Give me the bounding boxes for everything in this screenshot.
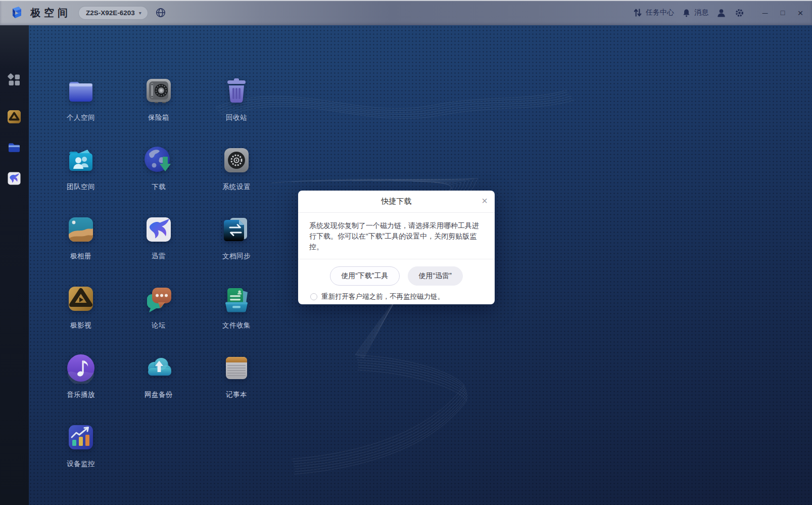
app-photo-album[interactable]: 极相册 — [42, 214, 120, 283]
movies-mini-icon — [7, 110, 21, 124]
thunder-mini-icon — [7, 171, 21, 186]
app-label: 极相册 — [70, 252, 91, 261]
app-label: 记事本 — [226, 390, 247, 399]
quick-download-dialog: 快捷下载 × 系统发现你复制了一个磁力链，请选择采用哪种工具进行下载。你可以在“… — [298, 191, 495, 304]
app-label: 回收站 — [226, 113, 247, 122]
app-label: 迅雷 — [152, 252, 166, 261]
desktop-icon-grid: 个人空间 保险箱 — [42, 75, 275, 491]
app-file-collect[interactable]: 文件收集 — [198, 283, 275, 352]
app-thunder[interactable]: 迅雷 — [120, 214, 198, 283]
forum-icon — [143, 283, 174, 314]
sidebar-item-thunder[interactable] — [5, 169, 23, 188]
app-label: 音乐播放 — [67, 390, 95, 399]
sidebar-item-app-grid[interactable] — [5, 71, 23, 89]
globe-icon[interactable] — [155, 7, 166, 18]
app-team-space[interactable]: 团队空间 — [42, 145, 120, 214]
messages-label: 消息 — [694, 8, 708, 17]
app-cloud-backup[interactable]: 网盘备份 — [120, 352, 198, 422]
file-collect-icon — [221, 283, 252, 314]
doc-sync-icon — [221, 214, 252, 245]
app-grid-icon — [8, 73, 21, 86]
app-device-monitor[interactable]: 设备监控 — [42, 422, 120, 491]
app-recycle-bin[interactable]: 回收站 — [198, 75, 275, 145]
task-center-label: 任务中心 — [646, 8, 674, 17]
user-icon[interactable] — [716, 8, 727, 18]
sidebar-item-files[interactable] — [5, 139, 23, 157]
dialog-buttons: 使用“下载”工具 使用“迅雷” — [298, 259, 495, 286]
download-icon — [143, 145, 174, 176]
dialog-body-text: 系统发现你复制了一个磁力链，请选择采用哪种工具进行下载。你可以在“下载”工具的设… — [298, 213, 495, 259]
task-center-button[interactable]: 任务中心 — [633, 8, 674, 18]
app-music-player[interactable]: 音乐播放 — [42, 352, 120, 422]
thunder-icon — [143, 214, 174, 245]
notepad-icon — [221, 352, 252, 384]
bell-icon — [682, 8, 691, 18]
movies-icon — [65, 283, 97, 314]
team-space-icon — [65, 145, 97, 176]
no-monitor-label[interactable]: 重新打开客户端之前，不再监控磁力链。 — [321, 292, 444, 301]
app-label: 下载 — [152, 182, 166, 192]
app-label: 保险箱 — [148, 113, 169, 122]
app-label: 系统设置 — [222, 182, 251, 192]
system-settings-icon — [221, 145, 252, 176]
dialog-title: 快捷下载 — [381, 197, 412, 206]
app-title: 极空间 — [30, 6, 71, 20]
app-label: 团队空间 — [67, 182, 95, 192]
device-monitor-icon — [65, 422, 97, 453]
task-center-icon — [633, 8, 643, 18]
dialog-header: 快捷下载 × — [298, 191, 495, 213]
folder-mini-icon — [7, 141, 21, 155]
gear-icon[interactable] — [734, 8, 745, 18]
sidebar-item-movies[interactable] — [5, 108, 23, 126]
chevron-down-icon: ▾ — [139, 10, 141, 16]
no-monitor-option: 重新打开客户端之前，不再监控磁力链。 — [298, 286, 495, 301]
app-personal-space[interactable]: 个人空间 — [42, 75, 120, 145]
close-window-button[interactable]: × — [796, 8, 805, 18]
topbar: 极空间 Z2S-X92E-6203 ▾ — [0, 0, 812, 25]
recycle-bin-icon — [221, 75, 252, 107]
app-system-settings[interactable]: 系统设置 — [198, 145, 275, 214]
app-doc-sync[interactable]: 文档同步 — [198, 214, 275, 283]
device-name: Z2S-X92E-6203 — [86, 9, 135, 17]
minimize-button[interactable]: ─ — [760, 9, 770, 17]
maximize-button[interactable]: □ — [778, 9, 787, 16]
device-selector[interactable]: Z2S-X92E-6203 ▾ — [78, 6, 148, 20]
cloud-backup-icon — [143, 352, 174, 384]
photo-album-icon — [65, 214, 97, 245]
app-download[interactable]: 下载 — [120, 145, 198, 214]
use-download-tool-button[interactable]: 使用“下载”工具 — [330, 266, 399, 286]
brand: 极空间 — [9, 5, 71, 20]
sidebar — [0, 25, 29, 505]
app-label: 个人空间 — [67, 113, 95, 122]
app-label: 极影视 — [70, 321, 91, 330]
dialog-close-icon[interactable]: × — [482, 196, 488, 206]
app-label: 文档同步 — [222, 252, 251, 261]
app-movies[interactable]: 极影视 — [42, 283, 120, 352]
app-safe-box[interactable]: 保险箱 — [120, 75, 198, 145]
personal-space-icon — [65, 75, 97, 107]
app-notepad[interactable]: 记事本 — [198, 352, 275, 422]
use-thunder-button[interactable]: 使用“迅雷” — [408, 266, 463, 286]
music-player-icon — [65, 352, 97, 384]
app-label: 论坛 — [152, 321, 166, 330]
messages-button[interactable]: 消息 — [682, 8, 708, 18]
safe-box-icon — [143, 75, 174, 107]
app-label: 文件收集 — [222, 321, 251, 330]
app-label: 设备监控 — [67, 460, 95, 469]
zspace-logo-icon — [9, 5, 24, 20]
app-label: 网盘备份 — [145, 390, 173, 399]
no-monitor-radio[interactable] — [310, 293, 317, 300]
app-window: 极空间 Z2S-X92E-6203 ▾ — [0, 0, 812, 505]
app-forum[interactable]: 论坛 — [120, 283, 198, 352]
